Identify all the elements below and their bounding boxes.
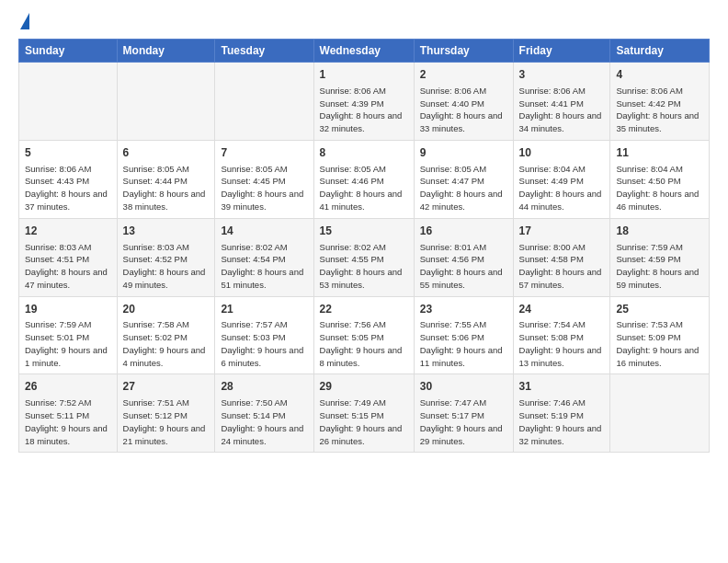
day-number: 6 bbox=[123, 145, 210, 161]
calendar-cell bbox=[19, 63, 118, 141]
day-info: Sunrise: 8:05 AM Sunset: 4:44 PM Dayligh… bbox=[123, 163, 210, 213]
weekday-friday: Friday bbox=[513, 40, 610, 63]
day-info: Sunrise: 7:55 AM Sunset: 5:06 PM Dayligh… bbox=[420, 318, 507, 369]
day-info: Sunrise: 8:06 AM Sunset: 4:40 PM Dayligh… bbox=[420, 85, 507, 135]
day-number: 28 bbox=[221, 379, 307, 395]
weekday-sunday: Sunday bbox=[19, 40, 118, 63]
day-info: Sunrise: 7:53 AM Sunset: 5:09 PM Dayligh… bbox=[616, 318, 703, 369]
day-info: Sunrise: 7:51 AM Sunset: 5:12 PM Dayligh… bbox=[123, 396, 210, 447]
calendar-cell bbox=[117, 63, 215, 141]
calendar-cell: 6Sunrise: 8:05 AM Sunset: 4:44 PM Daylig… bbox=[117, 140, 215, 218]
day-info: Sunrise: 8:03 AM Sunset: 4:52 PM Dayligh… bbox=[123, 241, 210, 292]
weekday-saturday: Saturday bbox=[610, 40, 710, 63]
calendar-cell: 24Sunrise: 7:54 AM Sunset: 5:08 PM Dayli… bbox=[513, 296, 610, 374]
day-info: Sunrise: 7:46 AM Sunset: 5:19 PM Dayligh… bbox=[519, 396, 605, 447]
calendar-cell: 14Sunrise: 8:02 AM Sunset: 4:54 PM Dayli… bbox=[215, 218, 313, 296]
day-info: Sunrise: 7:52 AM Sunset: 5:11 PM Dayligh… bbox=[25, 396, 111, 447]
calendar-cell: 21Sunrise: 7:57 AM Sunset: 5:03 PM Dayli… bbox=[215, 296, 313, 374]
calendar-cell: 20Sunrise: 7:58 AM Sunset: 5:02 PM Dayli… bbox=[117, 296, 215, 374]
day-number: 8 bbox=[320, 145, 408, 161]
logo-triangle-icon bbox=[20, 13, 29, 29]
day-info: Sunrise: 7:54 AM Sunset: 5:08 PM Dayligh… bbox=[519, 318, 605, 369]
day-number: 2 bbox=[420, 67, 507, 83]
calendar-cell: 4Sunrise: 8:06 AM Sunset: 4:42 PM Daylig… bbox=[610, 63, 710, 141]
header bbox=[18, 17, 710, 29]
day-number: 27 bbox=[123, 379, 210, 395]
calendar-cell: 7Sunrise: 8:05 AM Sunset: 4:45 PM Daylig… bbox=[215, 140, 313, 218]
day-info: Sunrise: 8:04 AM Sunset: 4:49 PM Dayligh… bbox=[519, 163, 605, 213]
day-number: 10 bbox=[519, 145, 605, 161]
calendar-cell bbox=[215, 63, 313, 141]
day-number: 5 bbox=[25, 145, 111, 161]
weekday-thursday: Thursday bbox=[414, 40, 513, 63]
day-number: 17 bbox=[519, 224, 605, 239]
calendar-cell: 23Sunrise: 7:55 AM Sunset: 5:06 PM Dayli… bbox=[414, 296, 513, 374]
calendar-week-4: 19Sunrise: 7:59 AM Sunset: 5:01 PM Dayli… bbox=[19, 296, 710, 374]
weekday-header-row: SundayMondayTuesdayWednesdayThursdayFrid… bbox=[19, 40, 710, 63]
day-info: Sunrise: 8:02 AM Sunset: 4:55 PM Dayligh… bbox=[320, 241, 408, 292]
calendar-cell: 5Sunrise: 8:06 AM Sunset: 4:43 PM Daylig… bbox=[19, 140, 118, 218]
day-info: Sunrise: 8:05 AM Sunset: 4:45 PM Dayligh… bbox=[221, 163, 307, 213]
calendar-cell: 9Sunrise: 8:05 AM Sunset: 4:47 PM Daylig… bbox=[414, 140, 513, 218]
day-number: 12 bbox=[25, 224, 111, 239]
calendar-cell: 31Sunrise: 7:46 AM Sunset: 5:19 PM Dayli… bbox=[513, 374, 610, 453]
day-number: 1 bbox=[320, 67, 408, 83]
day-info: Sunrise: 7:49 AM Sunset: 5:15 PM Dayligh… bbox=[320, 396, 408, 447]
day-number: 24 bbox=[519, 302, 605, 317]
day-info: Sunrise: 7:59 AM Sunset: 4:59 PM Dayligh… bbox=[616, 241, 703, 292]
day-info: Sunrise: 8:06 AM Sunset: 4:39 PM Dayligh… bbox=[320, 85, 408, 135]
calendar-cell: 10Sunrise: 8:04 AM Sunset: 4:49 PM Dayli… bbox=[513, 140, 610, 218]
calendar-week-1: 1Sunrise: 8:06 AM Sunset: 4:39 PM Daylig… bbox=[19, 63, 710, 141]
day-number: 19 bbox=[25, 302, 111, 317]
day-info: Sunrise: 8:03 AM Sunset: 4:51 PM Dayligh… bbox=[25, 241, 111, 292]
day-info: Sunrise: 8:06 AM Sunset: 4:42 PM Dayligh… bbox=[616, 85, 703, 135]
calendar-cell: 3Sunrise: 8:06 AM Sunset: 4:41 PM Daylig… bbox=[513, 63, 610, 141]
calendar-cell: 27Sunrise: 7:51 AM Sunset: 5:12 PM Dayli… bbox=[117, 374, 215, 453]
day-number: 14 bbox=[221, 224, 307, 239]
calendar-cell: 17Sunrise: 8:00 AM Sunset: 4:58 PM Dayli… bbox=[513, 218, 610, 296]
day-number: 4 bbox=[616, 67, 703, 83]
weekday-wednesday: Wednesday bbox=[313, 40, 414, 63]
day-number: 26 bbox=[25, 379, 111, 395]
calendar-cell bbox=[610, 374, 710, 453]
day-info: Sunrise: 7:50 AM Sunset: 5:14 PM Dayligh… bbox=[221, 396, 307, 447]
calendar-table: SundayMondayTuesdayWednesdayThursdayFrid… bbox=[18, 39, 710, 453]
calendar-cell: 16Sunrise: 8:01 AM Sunset: 4:56 PM Dayli… bbox=[414, 218, 513, 296]
calendar-cell: 18Sunrise: 7:59 AM Sunset: 4:59 PM Dayli… bbox=[610, 218, 710, 296]
logo bbox=[18, 17, 29, 29]
calendar-cell: 19Sunrise: 7:59 AM Sunset: 5:01 PM Dayli… bbox=[19, 296, 118, 374]
day-number: 7 bbox=[221, 145, 307, 161]
day-number: 21 bbox=[221, 302, 307, 317]
day-number: 11 bbox=[616, 145, 703, 161]
day-info: Sunrise: 8:06 AM Sunset: 4:41 PM Dayligh… bbox=[519, 85, 605, 135]
calendar-cell: 11Sunrise: 8:04 AM Sunset: 4:50 PM Dayli… bbox=[610, 140, 710, 218]
day-number: 22 bbox=[320, 302, 408, 317]
day-info: Sunrise: 7:56 AM Sunset: 5:05 PM Dayligh… bbox=[320, 318, 408, 369]
day-number: 23 bbox=[420, 302, 507, 317]
day-info: Sunrise: 8:04 AM Sunset: 4:50 PM Dayligh… bbox=[616, 163, 703, 213]
day-number: 31 bbox=[519, 379, 605, 395]
day-info: Sunrise: 8:06 AM Sunset: 4:43 PM Dayligh… bbox=[25, 163, 111, 213]
calendar-cell: 13Sunrise: 8:03 AM Sunset: 4:52 PM Dayli… bbox=[117, 218, 215, 296]
day-number: 25 bbox=[616, 302, 703, 317]
day-number: 29 bbox=[320, 379, 408, 395]
calendar-cell: 8Sunrise: 8:05 AM Sunset: 4:46 PM Daylig… bbox=[313, 140, 414, 218]
day-info: Sunrise: 7:58 AM Sunset: 5:02 PM Dayligh… bbox=[123, 318, 210, 369]
calendar-week-2: 5Sunrise: 8:06 AM Sunset: 4:43 PM Daylig… bbox=[19, 140, 710, 218]
day-info: Sunrise: 7:59 AM Sunset: 5:01 PM Dayligh… bbox=[25, 318, 111, 369]
calendar-cell: 22Sunrise: 7:56 AM Sunset: 5:05 PM Dayli… bbox=[313, 296, 414, 374]
page: SundayMondayTuesdayWednesdayThursdayFrid… bbox=[0, 0, 728, 462]
day-number: 30 bbox=[420, 379, 507, 395]
calendar-header: SundayMondayTuesdayWednesdayThursdayFrid… bbox=[19, 40, 710, 63]
day-number: 9 bbox=[420, 145, 507, 161]
calendar-cell: 15Sunrise: 8:02 AM Sunset: 4:55 PM Dayli… bbox=[313, 218, 414, 296]
day-number: 3 bbox=[519, 67, 605, 83]
calendar-body: 1Sunrise: 8:06 AM Sunset: 4:39 PM Daylig… bbox=[19, 63, 710, 453]
day-number: 20 bbox=[123, 302, 210, 317]
day-number: 18 bbox=[616, 224, 703, 239]
calendar-cell: 26Sunrise: 7:52 AM Sunset: 5:11 PM Dayli… bbox=[19, 374, 118, 453]
day-info: Sunrise: 7:47 AM Sunset: 5:17 PM Dayligh… bbox=[420, 396, 507, 447]
weekday-monday: Monday bbox=[117, 40, 215, 63]
day-info: Sunrise: 7:57 AM Sunset: 5:03 PM Dayligh… bbox=[221, 318, 307, 369]
calendar-cell: 1Sunrise: 8:06 AM Sunset: 4:39 PM Daylig… bbox=[313, 63, 414, 141]
